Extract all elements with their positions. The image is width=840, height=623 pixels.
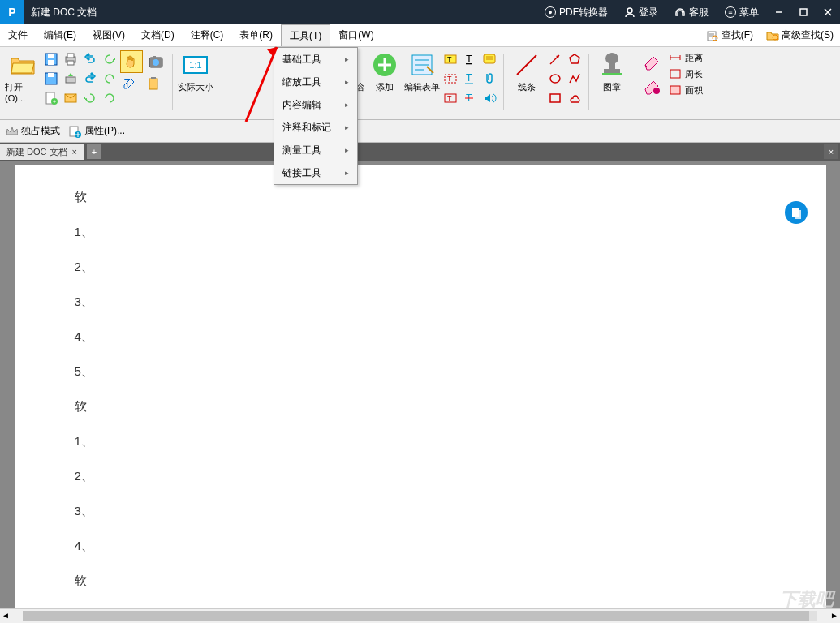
svg-point-65 [605, 53, 618, 64]
hand-tool-button[interactable] [120, 50, 143, 73]
dropdown-item-annotation[interactable]: 注释和标记▸ [274, 116, 357, 139]
menu-form[interactable]: 表单(R) [231, 24, 281, 46]
pdf-converter-button[interactable]: ● PDF转换器 [536, 0, 616, 24]
arrow-button[interactable] [546, 50, 564, 68]
eraser2-button[interactable] [640, 75, 663, 97]
redo-button[interactable] [81, 70, 99, 88]
print-up-button[interactable] [62, 70, 80, 88]
rotate-other-button[interactable] [101, 89, 118, 107]
close-button[interactable] [816, 0, 840, 24]
maximize-button[interactable] [791, 0, 816, 24]
menu-window[interactable]: 窗口(W) [330, 24, 381, 46]
strikethrough-button[interactable]: T [461, 89, 479, 107]
snapshot-button[interactable] [144, 50, 167, 73]
menu-button[interactable]: ≡ 菜单 [717, 0, 767, 24]
scroll-left-arrow[interactable]: ◄ [0, 610, 11, 621]
open-button[interactable]: 打开(O)... [5, 50, 41, 103]
floating-action-button[interactable] [785, 201, 808, 224]
scroll-thumb[interactable] [23, 611, 809, 621]
horizontal-scrollbar[interactable]: ◄ ► [0, 608, 840, 621]
mail-button[interactable] [62, 89, 80, 107]
area-button[interactable]: 面积 [668, 83, 703, 97]
document-area[interactable]: 软 1、 2、 3、 4、 5、 软 1、 2、 3、 4、 软 使 [0, 161, 840, 608]
saveas-button[interactable] [42, 50, 60, 68]
highlight-button[interactable]: T [442, 50, 459, 68]
attach-button[interactable] [480, 70, 498, 88]
exclusive-mode-button[interactable]: 独占模式 [5, 124, 60, 138]
perimeter-button[interactable]: 周长 [668, 67, 703, 81]
svg-point-63 [550, 75, 560, 83]
menu-view[interactable]: 视图(V) [84, 24, 133, 46]
snapshot-column [144, 50, 167, 92]
distance-button[interactable]: 距离 [668, 50, 703, 65]
svg-rect-30 [151, 77, 156, 79]
dropdown-item-basic[interactable]: 基础工具▸ [274, 48, 357, 71]
highlight-t-button[interactable]: T [461, 50, 479, 68]
properties-button[interactable]: 属性(P)... [68, 124, 125, 138]
svg-rect-23 [66, 77, 75, 83]
login-button[interactable]: 登录 [616, 0, 666, 24]
separator [635, 54, 635, 110]
clipboard-button[interactable] [144, 75, 162, 92]
dropdown-item-content[interactable]: 内容编辑▸ [274, 93, 357, 116]
svg-rect-28 [153, 56, 156, 58]
save-button[interactable] [42, 70, 60, 88]
document-page: 软 1、 2、 3、 4、 5、 软 1、 2、 3、 4、 软 使 [15, 165, 826, 608]
svg-text:T: T [466, 53, 472, 65]
stamp-button[interactable]: 图章 [594, 50, 630, 93]
doc-line: 软 [75, 399, 766, 415]
sound-button[interactable] [480, 89, 498, 107]
dropdown-item-measure[interactable]: 测量工具▸ [274, 139, 357, 161]
real-size-button[interactable]: 1:1 实际大小 [178, 50, 213, 93]
tools-dropdown-menu: 基础工具▸ 缩放工具▸ 内容编辑▸ 注释和标记▸ 测量工具▸ 链接工具▸ [274, 47, 358, 185]
service-button[interactable]: 客服 [666, 0, 717, 24]
underline-button[interactable]: T [461, 70, 479, 88]
tab-close-icon[interactable]: × [72, 147, 77, 157]
polyline-button[interactable] [566, 70, 584, 88]
submenu-arrow-icon: ▸ [345, 123, 349, 131]
scroll-track[interactable] [23, 611, 817, 621]
note-button[interactable] [480, 50, 498, 68]
adv-find-button[interactable]: 高级查找(S) [760, 24, 840, 46]
menu-file[interactable]: 文件 [0, 24, 36, 46]
rotate-left-button[interactable] [81, 89, 99, 107]
svg-text:1:1: 1:1 [189, 60, 201, 70]
svg-rect-68 [602, 73, 622, 75]
rotate-cw-button[interactable] [101, 50, 118, 68]
cloud-button[interactable] [566, 89, 584, 107]
add-button[interactable]: 添加 [367, 50, 403, 93]
scroll-right-arrow[interactable]: ► [829, 610, 840, 621]
menu-comment[interactable]: 注释(C) [183, 24, 232, 46]
form-icon [407, 50, 437, 79]
edit-form-label: 编辑表单 [404, 81, 440, 93]
textbox-button[interactable]: T [442, 70, 459, 88]
submenu-arrow-icon: ▸ [345, 169, 349, 177]
edit-form-button[interactable]: 编辑表单 [404, 50, 440, 93]
menu-document[interactable]: 文档(D) [133, 24, 183, 46]
document-tab[interactable]: 新建 DOC 文档 × [0, 144, 84, 160]
polygon-button[interactable] [566, 50, 584, 68]
doc-line: 1、 [75, 434, 766, 449]
menu-tools[interactable]: 工具(T) [281, 24, 330, 46]
add-tab-button[interactable]: + [87, 144, 101, 159]
find-button[interactable]: 查找(F) [700, 24, 760, 46]
textbox2-button[interactable]: T [442, 89, 459, 107]
dropdown-item-link[interactable]: 链接工具▸ [274, 161, 357, 184]
tabbar-close-button[interactable]: × [824, 144, 838, 159]
print-button[interactable] [62, 50, 80, 68]
lines-button[interactable]: 线条 [509, 50, 545, 93]
menu-edit[interactable]: 编辑(E) [36, 24, 84, 46]
rotate-ccw-button[interactable] [101, 70, 118, 88]
dropdown-item-zoom[interactable]: 缩放工具▸ [274, 71, 357, 93]
doc-line: 3、 [75, 504, 766, 519]
minimize-button[interactable] [767, 0, 791, 24]
line-icon [512, 50, 541, 79]
rect-button[interactable] [546, 89, 564, 107]
new-button[interactable]: + [42, 89, 60, 107]
circle-button[interactable] [546, 70, 564, 88]
undo-button[interactable] [81, 50, 99, 68]
folder-search-icon [766, 29, 779, 42]
text-select-button[interactable]: T [120, 75, 138, 92]
eraser-button[interactable] [640, 50, 663, 73]
shapes-column-1 [546, 50, 564, 107]
